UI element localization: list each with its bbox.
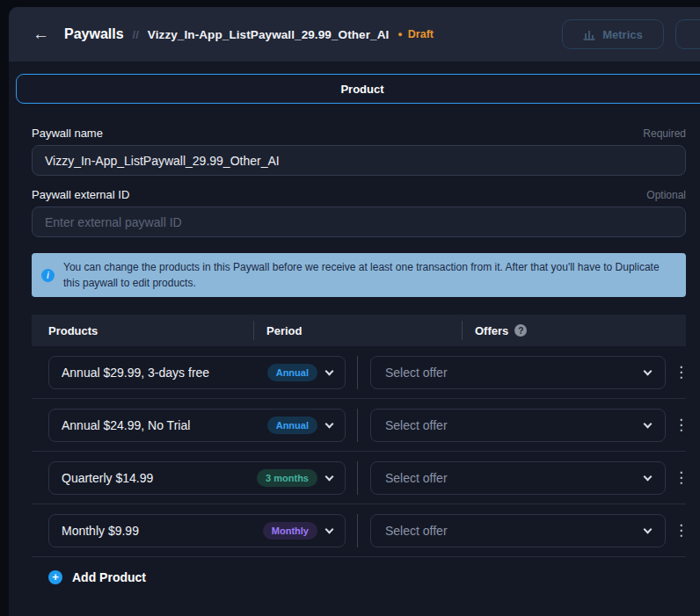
offer-select[interactable]: Select offer: [370, 409, 666, 442]
row-divider: [357, 461, 358, 495]
app-panel: ← Paywalls // Vizzy_In-App_ListPaywall_2…: [9, 7, 700, 616]
chevron-down-icon: [325, 366, 334, 375]
product-name: Annual $29.99, 3-days free: [62, 366, 267, 380]
plus-icon: +: [48, 570, 62, 584]
column-offers: Offers: [475, 324, 508, 337]
kebab-icon[interactable]: ⋮: [674, 417, 686, 432]
chevron-down-icon: [325, 525, 334, 533]
chevron-down-icon: [644, 525, 653, 533]
tab-product[interactable]: Product: [16, 74, 700, 104]
optional-hint: Optional: [646, 189, 686, 201]
offer-placeholder: Select offer: [385, 471, 448, 485]
back-arrow-icon[interactable]: ←: [33, 25, 54, 44]
product-name: Quarterly $14.99: [62, 471, 257, 485]
chevron-down-icon: [644, 366, 653, 375]
add-product-label: Add Product: [72, 570, 146, 584]
chevron-down-icon: [325, 472, 334, 481]
offer-select[interactable]: Select offer: [370, 514, 666, 547]
info-icon: i: [41, 269, 55, 282]
draft-status-dot: ●: [397, 30, 402, 39]
add-product-button[interactable]: + Add Product: [32, 557, 686, 598]
main-content: Paywall name Required Paywall external I…: [9, 104, 700, 598]
kebab-icon[interactable]: ⋮: [674, 470, 686, 485]
row-divider: [357, 514, 358, 547]
info-banner-text: You can change the products in this Payw…: [63, 259, 674, 291]
tab-product-label: Product: [340, 83, 383, 96]
product-select[interactable]: Quarterly $14.99 3 months: [48, 461, 346, 495]
metrics-icon: [583, 29, 595, 40]
breadcrumb-paywalls[interactable]: Paywalls: [64, 26, 124, 42]
table-header: Products Period Offers ?: [32, 315, 686, 346]
help-icon[interactable]: ?: [514, 324, 527, 337]
paywall-name-label: Paywall name: [32, 127, 103, 140]
product-select[interactable]: Monthly $9.99 Monthly: [48, 514, 346, 547]
offer-placeholder: Select offer: [385, 366, 448, 380]
external-id-input[interactable]: [32, 207, 686, 237]
row-divider: [357, 409, 358, 442]
top-header: ← Paywalls // Vizzy_In-App_ListPaywall_2…: [9, 7, 700, 62]
kebab-icon[interactable]: ⋮: [674, 365, 686, 380]
kebab-icon[interactable]: ⋮: [674, 523, 686, 538]
product-select[interactable]: Annual $29.99, 3-days free Annual: [48, 356, 346, 389]
metrics-button-label: Metrics: [602, 28, 643, 41]
table-row: Annual $29.99, 3-days free Annual Select…: [32, 346, 686, 399]
info-banner: i You can change the products in this Pa…: [32, 253, 686, 297]
chevron-down-icon: [325, 419, 334, 428]
page-title: Vizzy_In-App_ListPaywall_29.99_Other_AI: [148, 28, 390, 41]
period-badge: Annual: [267, 417, 317, 434]
chevron-down-icon: [644, 419, 653, 428]
offer-placeholder: Select offer: [385, 418, 448, 432]
offer-placeholder: Select offer: [385, 524, 448, 538]
chevron-down-icon: [644, 472, 653, 481]
row-divider: [357, 356, 358, 389]
column-products: Products: [48, 324, 98, 337]
required-hint: Required: [643, 127, 686, 140]
publish-button[interactable]: [675, 19, 700, 49]
external-id-label: Paywall external ID: [32, 188, 129, 201]
products-table: Products Period Offers ? Annual $29.99, …: [32, 315, 686, 598]
period-badge: 3 months: [257, 469, 317, 487]
external-id-field: Paywall external ID Optional: [32, 188, 686, 237]
offer-select[interactable]: Select offer: [370, 356, 666, 389]
column-period: Period: [266, 324, 302, 337]
paywall-name-field: Paywall name Required: [32, 127, 686, 176]
table-row: Annual $24.99, No Trial Annual Select of…: [32, 399, 686, 452]
table-row: Quarterly $14.99 3 months Select offer ⋮: [32, 452, 686, 504]
product-name: Monthly $9.99: [62, 524, 263, 538]
paywall-name-input[interactable]: [32, 145, 686, 176]
offer-select[interactable]: Select offer: [370, 461, 666, 495]
breadcrumb-separator: //: [133, 28, 139, 41]
metrics-button[interactable]: Metrics: [562, 19, 664, 49]
period-badge: Annual: [267, 364, 317, 381]
period-badge: Monthly: [263, 522, 317, 540]
table-row: Monthly $9.99 Monthly Select offer ⋮: [32, 504, 686, 557]
status-badge: Draft: [408, 28, 434, 40]
product-select[interactable]: Annual $24.99, No Trial Annual: [48, 409, 346, 442]
product-name: Annual $24.99, No Trial: [62, 418, 267, 432]
